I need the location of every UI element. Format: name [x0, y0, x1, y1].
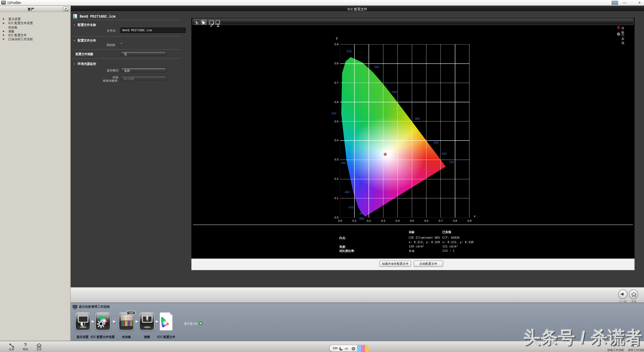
reminder-dropdown[interactable]: 无 ▼ [121, 51, 166, 56]
section-label: 配置文件名称 [77, 23, 96, 27]
sidebar-item-patch-set[interactable]: 色块集 [0, 25, 71, 29]
y-tick: 0.7 [330, 81, 339, 84]
target-marker-icon [617, 26, 620, 29]
qa-go-icon[interactable] [199, 321, 203, 325]
fullscreen-button[interactable]: 全屏 [6, 342, 17, 351]
close-button[interactable]: × [637, 0, 642, 5]
results-divider [193, 225, 633, 225]
app-window: i1Profiler — × 资产 ▶ 显示设置 ▶ ICC 配置文件设置 色块… [0, 0, 644, 352]
ime-mode[interactable]: o9 [345, 347, 348, 350]
assets-header-label: 资产 [0, 7, 62, 12]
x-tick: 0.2 [364, 219, 374, 222]
wavelength-label: 580 [415, 117, 420, 120]
section-ambient-light[interactable]: ▼环境光源监控 [73, 62, 96, 66]
x-axis-label: x [474, 214, 475, 218]
ime-color-stripe[interactable] [357, 345, 361, 352]
nav-strip: ◀ 上一步 主页 [71, 287, 644, 302]
refresh-button[interactable] [63, 7, 69, 11]
fullscreen-label: 全屏 [6, 348, 17, 351]
sidebar-item-icc-profile[interactable]: ▶ ICC 配置文件 [0, 33, 71, 37]
luminance-achieved: 121 cd/m² [442, 245, 458, 248]
ime-color-stripe[interactable] [365, 345, 369, 352]
x-tick: 0.9 [465, 219, 474, 222]
sidebar-item-saved-workflows[interactable]: ▶ 已保存的工作流程 [0, 37, 71, 41]
workflow-step-label: ICC 配置文件 [157, 335, 175, 339]
view-tone-curve-button[interactable] [208, 20, 214, 25]
view-chromaticity-button[interactable] [201, 20, 207, 25]
expand-arrow-icon[interactable]: ▶ [3, 22, 5, 24]
window-title: i1Profiler [7, 1, 21, 5]
section-profile-distribution[interactable]: ▼配置文件分布 [73, 38, 96, 42]
workflow-step-display-settings[interactable] [75, 312, 90, 330]
section-profile-name[interactable]: ▼配置文件名称 [73, 23, 96, 27]
minimize-button[interactable]: — [622, 0, 628, 5]
home-button[interactable] [629, 289, 638, 299]
workflow-arrow-icon: ▶ [136, 319, 138, 323]
help-label: 帮助 [20, 348, 31, 351]
divider [72, 36, 181, 37]
page-title: ICC 配置文件 [71, 7, 644, 11]
keyboard-layout-icon[interactable] [612, 1, 618, 5]
monitor-stand-icon [80, 326, 87, 328]
filename-input[interactable] [120, 27, 186, 33]
refresh-icon [64, 8, 68, 11]
expand-arrow-icon[interactable]: ▶ [3, 30, 5, 32]
x-tick: 0.8 [450, 219, 460, 222]
sidebar-item-label: 显示设置 [8, 17, 21, 21]
view-image-button[interactable] [214, 20, 220, 25]
color-patches-icon [121, 321, 133, 326]
workflow-header: 显示色彩管理工作流程 [79, 305, 109, 309]
workflow-step-icc-profile[interactable] [160, 312, 173, 330]
wavelength-label: 500 [332, 112, 336, 115]
colorimeter-icon [146, 317, 148, 321]
wavelength-label: 560 [392, 91, 397, 93]
display-qa-link[interactable]: 显示器 QA [184, 322, 197, 326]
workflow-step-icc-profile-settings[interactable] [95, 312, 110, 330]
results-header-achieved: 已实现 [442, 230, 451, 234]
home-icon [34, 342, 44, 347]
expand-arrow-icon[interactable]: ▶ [3, 33, 5, 36]
wavelength-label: 460 [359, 212, 364, 215]
workflow-step-measurement[interactable] [139, 312, 154, 330]
view-gamut-3d-button[interactable] [194, 20, 200, 25]
assets-header: 资产 [0, 6, 71, 12]
white-point-label: 白点: [339, 236, 346, 240]
ime-toolbar[interactable]: CH o9 [329, 345, 368, 352]
moon-icon[interactable] [339, 347, 343, 351]
collapse-arrow-icon: ▼ [73, 39, 76, 42]
home-label-bottom: 主页 [34, 348, 44, 351]
monitor-mode-dropdown[interactable]: 关闭 ▼ [121, 68, 166, 72]
frequency-dropdown[interactable]: 60 分钟 ▼ [121, 76, 166, 80]
home-icon [631, 292, 636, 297]
wavelength-label: 520 [347, 50, 351, 53]
x-tick: 0.6 [421, 219, 431, 222]
ime-color-stripe[interactable] [361, 345, 365, 352]
expand-arrow-icon[interactable]: ▶ [3, 17, 5, 20]
workflow-arrow-icon: ▶ [156, 319, 158, 323]
home-button-bottom[interactable]: 主页 [34, 342, 44, 351]
back-button[interactable]: ◀ [618, 289, 628, 299]
sidebar-item-display-settings[interactable]: ▶ 显示设置 [0, 17, 71, 21]
frequency-label-line2: 检查的频率: [86, 79, 118, 83]
profile-title: BenQ PD2710QC.icm [80, 14, 115, 18]
help-button[interactable]: ? 帮助 [20, 342, 31, 351]
wavelength-label: 490 [341, 161, 346, 164]
y-tick: 0.3 [330, 158, 339, 161]
ime-language[interactable]: CH [333, 346, 337, 350]
compare-profiles-button[interactable]: 比较配置文件 [414, 261, 443, 267]
dropdown-value: 60 分钟 [124, 77, 134, 81]
target-point-marker [384, 153, 386, 156]
gear-icon[interactable] [351, 346, 356, 351]
workflow-step-patch-set[interactable] [119, 312, 134, 330]
help-icon: ? [20, 342, 31, 347]
system-level-checkbox[interactable]: ✓ [120, 41, 124, 46]
expand-arrow-icon[interactable]: ▶ [3, 37, 5, 40]
white-point-target-xy: x: 0.313, y: 0.329 [409, 241, 440, 244]
create-save-profile-button[interactable]: 创建并保存配置文件 [380, 261, 411, 267]
assets-sidebar: 资产 ▶ 显示设置 ▶ ICC 配置文件设置 色块集 ▶ 测量 ▶ ICC 配置… [0, 6, 71, 341]
sidebar-item-icc-profile-settings[interactable]: ▶ ICC 配置文件设置 [0, 21, 71, 25]
white-point-achieved-xy: x: 0.313, y: 0.330 [442, 241, 473, 244]
contrast-label: 对比度比率: [339, 249, 355, 253]
chromaticity-icon [202, 21, 206, 24]
filename-label: 文件名: [83, 29, 116, 33]
